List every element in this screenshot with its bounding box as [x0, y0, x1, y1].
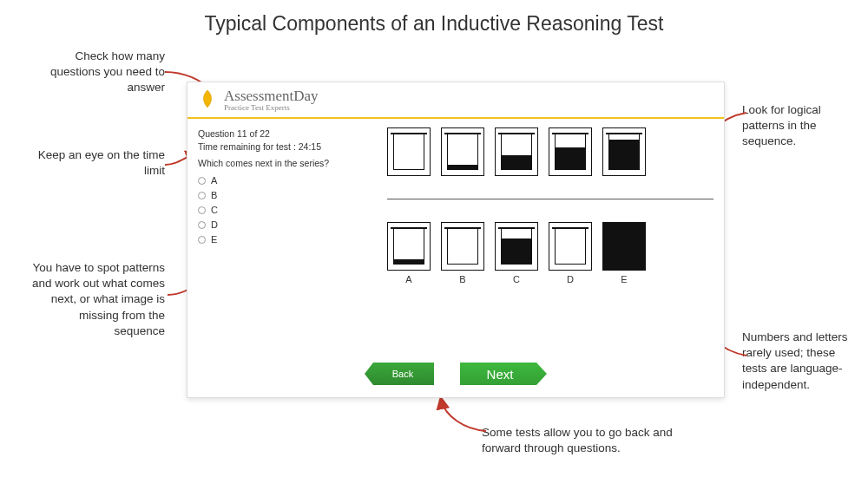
radio-icon [198, 221, 206, 229]
seq-tile-3 [495, 127, 538, 176]
seq-tile-1 [387, 127, 431, 176]
nav-row: Back Next [187, 363, 724, 385]
option-label: C [211, 205, 218, 215]
answer-option-d[interactable]: D [198, 219, 372, 230]
seq-tile-4 [549, 127, 592, 176]
accent-divider [187, 117, 724, 119]
seq-tile-5 [602, 127, 646, 176]
annotation-check-questions: Check how many questions you need to ans… [35, 49, 165, 96]
logo-text: AssessmentDay [224, 88, 319, 105]
answer-tile-label: D [567, 274, 574, 284]
annotation-language-independent: Numbers and letters rarely used; these t… [742, 330, 855, 393]
radio-icon [198, 177, 206, 185]
logo-icon [196, 88, 219, 111]
time-remaining: Time remaining for test : 24:15 [198, 140, 372, 154]
answer-tile-label: A [405, 274, 411, 284]
annotation-spot-patterns: You have to spot patterns and work out w… [26, 260, 165, 339]
answer-option-b[interactable]: B [198, 190, 372, 200]
answer-tile-label: E [621, 274, 627, 284]
radio-icon [198, 192, 206, 199]
answer-tile-e[interactable] [602, 222, 646, 271]
back-button[interactable]: Back [365, 363, 434, 385]
answer-option-e[interactable]: E [198, 234, 372, 245]
answer-tile-d[interactable] [549, 222, 592, 271]
annotation-time-limit: Keep an eye on the time limit [35, 147, 165, 179]
answer-tile-row: A B C D E [387, 222, 713, 284]
assessment-window: AssessmentDay Practice Test Experts Ques… [187, 82, 725, 398]
logo: AssessmentDay Practice Test Experts [187, 82, 724, 115]
next-button[interactable]: Next [460, 363, 547, 385]
radio-icon [198, 206, 206, 214]
seq-tile-2 [441, 127, 484, 176]
option-label: D [211, 219, 218, 230]
radio-icon [198, 236, 206, 244]
row-separator [387, 199, 713, 199]
question-counter: Question 11 of 22 [198, 127, 372, 140]
answer-option-a[interactable]: A [198, 175, 372, 186]
option-label: E [211, 234, 217, 245]
question-prompt: Which comes next in the series? [198, 158, 372, 168]
page-title: Typical Components of an Inductive Reaso… [0, 0, 868, 36]
answer-tile-a[interactable] [387, 222, 431, 271]
answer-option-c[interactable]: C [198, 205, 372, 215]
answer-tile-label: B [459, 274, 465, 284]
option-label: A [211, 175, 217, 186]
annotation-back-forward: Some tests allow you to go back and forw… [482, 425, 707, 456]
answer-options: A B C D E [198, 175, 372, 245]
answer-tile-c[interactable] [495, 222, 538, 271]
answer-tile-b[interactable] [441, 222, 484, 271]
annotation-logical-patterns: Look for logical patterns in the sequenc… [742, 102, 855, 150]
sequence-row [387, 127, 713, 176]
answer-tile-label: C [513, 274, 520, 284]
option-label: B [211, 190, 217, 200]
